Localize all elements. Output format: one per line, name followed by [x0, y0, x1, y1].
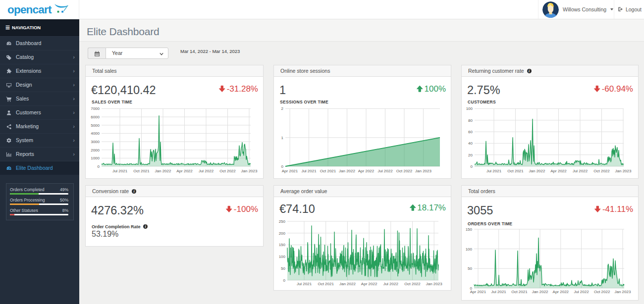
svg-text:Jan 2022: Jan 2022 [339, 169, 355, 173]
svg-text:Apr 2022: Apr 2022 [550, 169, 567, 173]
svg-text:opencart: opencart [7, 3, 52, 16]
svg-text:Jan 2022: Jan 2022 [529, 169, 545, 173]
svg-text:Jul 2022: Jul 2022 [573, 169, 588, 173]
svg-text:Jul 2021: Jul 2021 [486, 169, 502, 173]
svg-text:20: 20 [468, 153, 473, 157]
svg-text:1: 1 [281, 136, 284, 140]
svg-text:Oct 2021: Oct 2021 [318, 282, 334, 286]
svg-text:50: 50 [468, 266, 472, 271]
svg-text:Jul 2022: Jul 2022 [574, 290, 589, 294]
svg-text:Jul 2021: Jul 2021 [112, 169, 128, 173]
svg-text:Apr 2022: Apr 2022 [176, 169, 193, 173]
svg-text:1000: 1000 [91, 156, 100, 160]
svg-text:80: 80 [468, 118, 473, 123]
svg-text:Jul 2021: Jul 2021 [297, 282, 312, 286]
svg-text:Jul 2022: Jul 2022 [377, 169, 393, 173]
svg-text:Oct 2022: Oct 2022 [593, 169, 610, 173]
svg-text:4000: 4000 [91, 131, 100, 136]
svg-text:Jan 2023: Jan 2023 [426, 282, 442, 286]
svg-text:Apr 2022: Apr 2022 [553, 290, 569, 294]
svg-text:Oct 2021: Oct 2021 [320, 169, 336, 173]
svg-text:Jan 2023: Jan 2023 [415, 169, 431, 173]
svg-text:Jul 2021: Jul 2021 [301, 169, 317, 173]
svg-text:Apr 2021: Apr 2021 [282, 169, 298, 173]
svg-text:150: 150 [466, 227, 473, 232]
svg-text:Jul 2022: Jul 2022 [383, 282, 399, 286]
svg-text:0: 0 [471, 164, 473, 169]
svg-text:50: 50 [281, 266, 285, 271]
svg-text:Oct 2022: Oct 2022 [219, 169, 236, 173]
svg-text:2: 2 [281, 106, 284, 111]
svg-text:Apr 2022: Apr 2022 [358, 169, 375, 173]
svg-text:0: 0 [281, 164, 284, 169]
svg-text:60: 60 [468, 130, 473, 134]
svg-text:0: 0 [283, 278, 286, 283]
svg-text:Apr 2021: Apr 2021 [470, 290, 486, 294]
svg-text:6000: 6000 [91, 115, 100, 119]
svg-text:100: 100 [466, 247, 473, 252]
svg-text:Jan 2023: Jan 2023 [241, 169, 258, 173]
svg-text:100: 100 [466, 106, 473, 111]
svg-text:200: 200 [279, 231, 286, 236]
svg-text:Jan 2022: Jan 2022 [532, 290, 548, 294]
svg-text:Oct 2022: Oct 2022 [396, 169, 413, 173]
svg-text:150: 150 [279, 243, 286, 247]
svg-text:5000: 5000 [91, 123, 100, 128]
svg-text:0: 0 [98, 164, 100, 169]
svg-text:2000: 2000 [91, 148, 100, 152]
svg-text:Jan 2023: Jan 2023 [615, 169, 632, 173]
svg-text:Oct 2021: Oct 2021 [133, 169, 150, 173]
svg-text:100: 100 [279, 254, 286, 259]
svg-text:Jul 2022: Jul 2022 [199, 169, 214, 173]
svg-text:40: 40 [468, 141, 473, 146]
svg-text:Oct 2022: Oct 2022 [594, 290, 610, 294]
svg-text:Oct 2021: Oct 2021 [507, 169, 524, 173]
svg-text:Jan 2022: Jan 2022 [155, 169, 171, 173]
svg-text:Jan 2023: Jan 2023 [614, 290, 631, 294]
svg-text:Apr 2022: Apr 2022 [361, 282, 377, 286]
svg-text:7000: 7000 [91, 106, 100, 111]
svg-text:Jul 2021: Jul 2021 [491, 290, 507, 294]
svg-text:Oct 2021: Oct 2021 [511, 290, 528, 294]
svg-text:3000: 3000 [91, 140, 100, 144]
svg-text:Jan 2022: Jan 2022 [339, 282, 356, 286]
svg-text:250: 250 [279, 219, 286, 224]
svg-text:Oct 2022: Oct 2022 [404, 282, 421, 286]
